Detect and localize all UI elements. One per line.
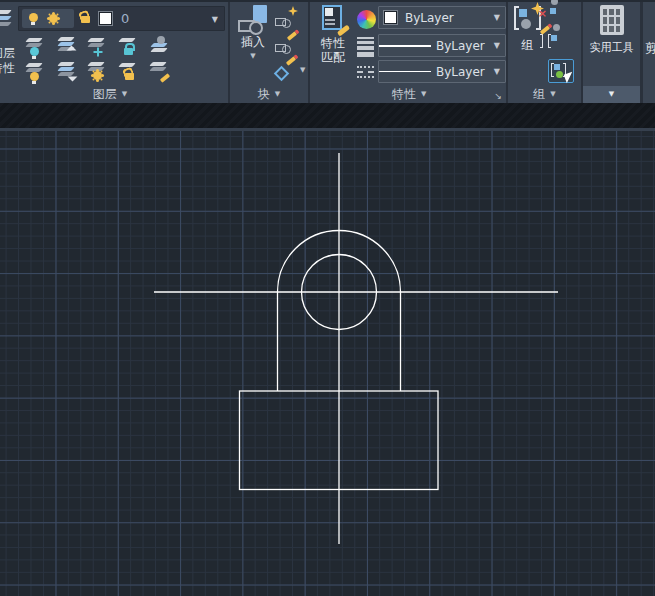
utilities-button[interactable]: 实用工具: [585, 5, 638, 83]
panel-separator: [581, 2, 583, 103]
layer-isolate-button[interactable]: [53, 35, 79, 58]
cursor-icon: [564, 72, 576, 84]
layer-panel-title[interactable]: 图层 ▼: [16, 86, 228, 103]
utilities-panel-caret-icon: ▼: [609, 91, 614, 98]
block-panel: 插入 ▼ ▼ 块 ▼: [230, 2, 308, 103]
linetype-combo[interactable]: ByLayer ▼: [378, 60, 506, 83]
properties-dialog-launcher-icon[interactable]: ↘: [494, 91, 502, 101]
layer-properties-label: 图层 特性: [0, 46, 15, 76]
layer-panel: 0 ▼: [16, 2, 228, 103]
create-block-button[interactable]: [274, 7, 298, 29]
layer-match-button[interactable]: [53, 60, 79, 83]
ribbon: 图层 特性 0 ▼: [0, 0, 655, 103]
clipboard-panel-partial[interactable]: 剪: [643, 2, 655, 103]
brush-icon: [160, 73, 170, 82]
layer-combo-caret-icon[interactable]: ▼: [212, 15, 218, 24]
color-swatch: [384, 11, 397, 24]
gray-circle-icon: [157, 36, 165, 44]
attributes-caret-icon[interactable]: ▼: [300, 67, 305, 74]
edit-block-button[interactable]: [274, 33, 298, 55]
bulb-on-icon: [30, 72, 39, 81]
canvas-top-edge: [0, 128, 655, 131]
group-panel-caret-icon: ▼: [550, 91, 555, 98]
layer-lock-button[interactable]: [115, 35, 141, 58]
layer-freeze-button[interactable]: [84, 35, 110, 58]
layer-combo[interactable]: 0 ▼: [18, 6, 225, 31]
pencil-icon: [286, 56, 296, 65]
panel-separator: [308, 2, 310, 103]
color-wheel-button[interactable]: [354, 8, 378, 30]
lineweight-combo[interactable]: ByLayer ▼: [378, 34, 506, 57]
linetype-combo-caret-icon: ▼: [494, 67, 500, 76]
layer-freeze-icon[interactable]: [49, 14, 58, 23]
group-selection-toggle-button[interactable]: [548, 59, 574, 83]
cross-icon: ×: [538, 8, 547, 19]
layer-color-swatch[interactable]: [99, 12, 112, 25]
snowflake-icon: [93, 47, 102, 56]
pencil-icon: [287, 31, 297, 40]
layer-on-button[interactable]: [22, 60, 48, 83]
lineweight-button[interactable]: [354, 33, 378, 55]
group-panel-title[interactable]: 组 ▼: [508, 86, 581, 103]
layer-properties-icon: [0, 8, 16, 34]
group-panel: 组 × 组 ▼: [508, 2, 581, 103]
block-panel-caret-icon: ▼: [275, 91, 280, 98]
panel-separator: [506, 2, 508, 103]
properties-panel: 特性 匹配 ByLayer ▼ ByLayer ▼ ByLayer ▼ 特性: [310, 2, 506, 103]
linetype-sample: [379, 71, 431, 72]
color-combo-caret-icon: ▼: [494, 13, 500, 22]
match-properties-button[interactable]: 特性 匹配: [312, 5, 354, 83]
group-edit-button[interactable]: [548, 33, 572, 55]
define-attributes-button[interactable]: [274, 59, 298, 81]
object-color-combo[interactable]: ByLayer ▼: [378, 6, 506, 29]
layer-properties-button[interactable]: 图层 特性: [0, 2, 16, 103]
arrow-sw-icon: [67, 46, 77, 56]
panel-separator: [640, 2, 643, 103]
star-icon: [288, 6, 298, 16]
layer-on-off-icon[interactable]: [29, 13, 38, 22]
lock-teal-icon: [124, 48, 133, 55]
bulb-off-icon: [30, 47, 39, 56]
properties-panel-caret-icon: ▼: [421, 91, 426, 98]
arrow-ne-icon: [68, 72, 78, 82]
drawing-canvas[interactable]: [0, 131, 655, 596]
utilities-panel-expander[interactable]: ▼: [583, 86, 640, 103]
layer-change-to-current-button[interactable]: [146, 60, 172, 83]
layer-combo-value: 0: [121, 11, 129, 26]
block-panel-title[interactable]: 块 ▼: [230, 86, 308, 103]
properties-panel-title[interactable]: 特性 ▼: [310, 86, 506, 103]
calculator-icon: [600, 5, 624, 35]
layer-panel-caret-icon: ▼: [122, 91, 127, 98]
utilities-panel: 实用工具 ▼: [583, 2, 640, 103]
match-properties-icon: [320, 5, 347, 32]
lineweight-combo-caret-icon: ▼: [494, 41, 500, 50]
lineweight-sample: [379, 45, 431, 47]
color-wheel-icon: [357, 10, 376, 29]
insert-block-icon: [238, 5, 268, 35]
layer-thaw-button[interactable]: [84, 60, 110, 83]
ribbon-lower-strip: [0, 103, 655, 128]
insert-block-button[interactable]: 插入 ▼: [234, 5, 272, 83]
layer-lock-icon[interactable]: [81, 16, 90, 23]
panel-separator: [228, 2, 230, 103]
insert-caret-icon: ▼: [250, 53, 255, 60]
layer-make-current-button[interactable]: [146, 35, 172, 58]
layer-off-button[interactable]: [22, 35, 48, 58]
linetype-button[interactable]: [354, 60, 378, 82]
layer-unlock-button[interactable]: [115, 60, 141, 83]
lock-open-icon: [125, 73, 134, 80]
sun-icon: [93, 71, 102, 80]
